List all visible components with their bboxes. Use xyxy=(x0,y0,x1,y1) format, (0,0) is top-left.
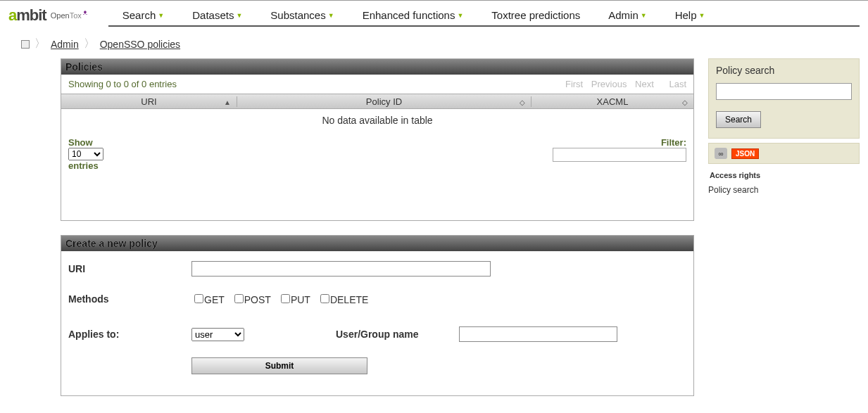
table-head: URI▲ Policy ID◇ XACML◇ xyxy=(61,94,693,109)
breadcrumb-opensso[interactable]: OpenSSO policies xyxy=(100,39,180,50)
breadcrumb-admin[interactable]: Admin xyxy=(51,39,79,50)
new-policy-header: Create a new policy xyxy=(61,236,693,251)
dropdown-icon: ▼ xyxy=(699,12,705,19)
table-pager: First Previous Next Last xyxy=(560,79,686,89)
method-get[interactable]: GET xyxy=(191,292,225,305)
logo-ambit-rest: mbit xyxy=(16,6,46,24)
pager-first[interactable]: First xyxy=(565,79,583,89)
dropdown-icon: ▼ xyxy=(457,12,463,19)
table-info: Showing 0 to 0 of 0 entries xyxy=(68,79,177,89)
ugname-label: User/Group name xyxy=(336,329,459,340)
nav-enhanced[interactable]: Enhanced functions▼ xyxy=(348,4,478,25)
main-nav: Search▼ Datasets▼ Substances▼ Enhanced f… xyxy=(108,4,860,27)
entries-label: entries xyxy=(68,160,103,171)
ugname-input[interactable] xyxy=(459,326,617,342)
breadcrumb-sep: 〉 xyxy=(34,37,46,51)
submit-button[interactable]: Submit xyxy=(191,357,367,374)
dropdown-icon: ▼ xyxy=(158,12,164,19)
butterfly-icon: ᵜ xyxy=(83,10,87,21)
method-post-check[interactable] xyxy=(234,294,244,303)
policy-search-input[interactable] xyxy=(716,83,852,100)
json-chip[interactable]: JSON xyxy=(731,148,759,159)
methods-label: Methods xyxy=(68,293,191,305)
sort-icon: ◇ xyxy=(520,99,525,106)
policy-search-title: Policy search xyxy=(716,65,852,76)
format-box: ∞ JSON xyxy=(708,143,860,164)
sort-icon: ◇ xyxy=(682,99,688,106)
breadcrumb-sep: 〉 xyxy=(84,37,95,51)
logo-opentox-b: Tox xyxy=(70,11,82,20)
policy-search-box: Policy search Search xyxy=(708,58,860,139)
uri-input[interactable] xyxy=(191,261,491,277)
table-empty: No data available in table xyxy=(61,109,693,133)
policy-search-link[interactable]: Policy search xyxy=(708,185,860,195)
pager-last[interactable]: Last xyxy=(669,79,686,89)
applies-select[interactable]: usergroup xyxy=(191,328,244,341)
policies-header: Policies xyxy=(61,59,693,75)
dropdown-icon: ▼ xyxy=(641,12,647,19)
uri-label: URI xyxy=(68,263,191,274)
breadcrumb: 〉 Admin 〉 OpenSSO policies xyxy=(0,27,868,58)
method-post[interactable]: POST xyxy=(232,292,271,305)
method-put[interactable]: PUT xyxy=(278,292,310,305)
show-label: Show xyxy=(68,137,103,148)
pager-prev[interactable]: Previous xyxy=(591,79,627,89)
nav-datasets[interactable]: Datasets▼ xyxy=(178,4,256,25)
top-bar: ambit OpenTox ᵜ Search▼ Datasets▼ Substa… xyxy=(0,0,868,27)
access-rights-label: Access rights xyxy=(710,171,860,179)
method-delete[interactable]: DELETE xyxy=(317,292,368,305)
policies-panel: Policies Showing 0 to 0 of 0 entries Fir… xyxy=(61,58,694,221)
nav-admin[interactable]: Admin▼ xyxy=(594,4,660,25)
applies-label: Applies to: xyxy=(68,329,191,340)
link-icon[interactable]: ∞ xyxy=(715,148,727,159)
dropdown-icon: ▼ xyxy=(328,12,334,19)
method-delete-check[interactable] xyxy=(320,294,329,303)
nav-substances[interactable]: Substances▼ xyxy=(256,4,348,25)
new-policy-panel: Create a new policy URI Methods GET POST… xyxy=(61,235,694,396)
sort-asc-icon: ▲ xyxy=(224,99,231,106)
nav-help[interactable]: Help▼ xyxy=(661,4,719,25)
method-put-check[interactable] xyxy=(281,294,290,303)
filter-input[interactable] xyxy=(553,148,686,162)
filter-label: Filter: xyxy=(553,137,686,148)
nav-toxtree[interactable]: Toxtree predictions xyxy=(477,4,594,25)
method-get-check[interactable] xyxy=(194,294,203,303)
logo[interactable]: ambit OpenTox ᵜ xyxy=(8,6,87,25)
show-select[interactable]: 102550100 xyxy=(68,148,103,160)
col-uri[interactable]: URI▲ xyxy=(61,96,237,107)
col-policy-id[interactable]: Policy ID◇ xyxy=(237,96,532,107)
pager-next[interactable]: Next xyxy=(635,79,654,89)
nav-search[interactable]: Search▼ xyxy=(108,4,178,25)
home-icon[interactable] xyxy=(21,40,30,49)
dropdown-icon: ▼ xyxy=(236,12,242,19)
logo-opentox-a: Open xyxy=(51,11,70,20)
col-xacml[interactable]: XACML◇ xyxy=(532,96,693,107)
logo-ambit-a: a xyxy=(8,6,16,24)
policy-search-button[interactable]: Search xyxy=(716,111,761,128)
